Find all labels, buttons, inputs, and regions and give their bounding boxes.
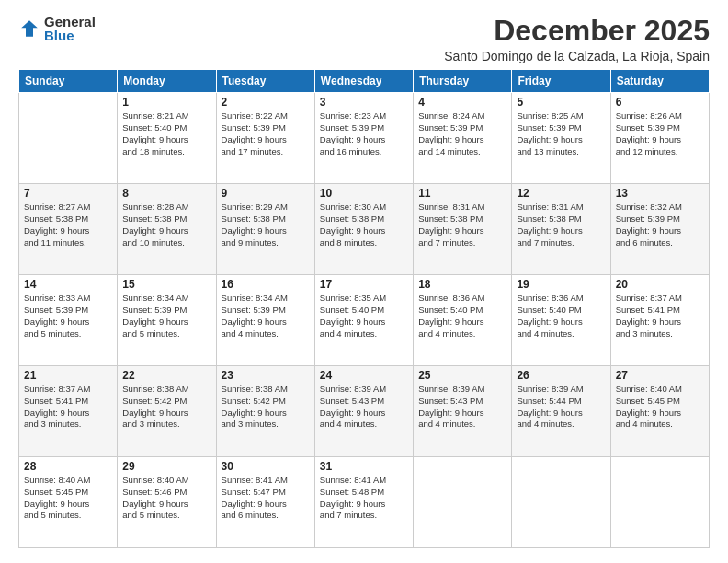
day-number: 11	[418, 187, 506, 200]
calendar-cell: 5Sunrise: 8:25 AMSunset: 5:39 PMDaylight…	[512, 93, 610, 184]
calendar-cell	[19, 93, 118, 184]
day-number: 2	[222, 96, 310, 109]
calendar-header-row: SundayMondayTuesdayWednesdayThursdayFrid…	[19, 70, 710, 93]
calendar-week-row: 21Sunrise: 8:37 AMSunset: 5:41 PMDayligh…	[19, 366, 710, 457]
calendar-cell: 3Sunrise: 8:23 AMSunset: 5:39 PMDaylight…	[314, 93, 413, 184]
day-number: 7	[24, 187, 112, 200]
calendar-cell: 9Sunrise: 8:29 AMSunset: 5:38 PMDaylight…	[216, 184, 314, 275]
day-number: 21	[24, 369, 112, 382]
day-number: 3	[320, 96, 408, 109]
calendar-cell: 13Sunrise: 8:32 AMSunset: 5:39 PMDayligh…	[610, 184, 709, 275]
day-number: 19	[517, 278, 605, 291]
calendar-cell: 1Sunrise: 8:21 AMSunset: 5:40 PMDaylight…	[118, 93, 216, 184]
cell-content: Sunrise: 8:40 AMSunset: 5:45 PMDaylight:…	[616, 384, 704, 431]
calendar-cell: 16Sunrise: 8:34 AMSunset: 5:39 PMDayligh…	[216, 275, 314, 366]
day-number: 15	[122, 278, 210, 291]
cell-content: Sunrise: 8:38 AMSunset: 5:42 PMDaylight:…	[222, 384, 310, 431]
day-number: 29	[122, 460, 210, 473]
cell-content: Sunrise: 8:30 AMSunset: 5:38 PMDaylight:…	[320, 201, 408, 248]
cell-content: Sunrise: 8:32 AMSunset: 5:39 PMDaylight:…	[616, 201, 704, 248]
day-number: 10	[320, 187, 408, 200]
calendar-cell: 22Sunrise: 8:38 AMSunset: 5:42 PMDayligh…	[118, 366, 216, 457]
calendar-header-tuesday: Tuesday	[216, 70, 314, 93]
calendar-cell: 2Sunrise: 8:22 AMSunset: 5:39 PMDaylight…	[216, 93, 314, 184]
calendar-week-row: 14Sunrise: 8:33 AMSunset: 5:39 PMDayligh…	[19, 275, 710, 366]
calendar-cell: 27Sunrise: 8:40 AMSunset: 5:45 PMDayligh…	[610, 366, 709, 457]
calendar-cell	[414, 457, 512, 548]
day-number: 16	[222, 278, 310, 291]
logo-general: General	[44, 15, 96, 29]
page: General Blue December 2025 Santo Domingo…	[0, 0, 728, 563]
calendar-cell: 26Sunrise: 8:39 AMSunset: 5:44 PMDayligh…	[512, 366, 610, 457]
calendar-cell: 17Sunrise: 8:35 AMSunset: 5:40 PMDayligh…	[314, 275, 413, 366]
calendar-cell: 29Sunrise: 8:40 AMSunset: 5:46 PMDayligh…	[118, 457, 216, 548]
calendar-cell: 18Sunrise: 8:36 AMSunset: 5:40 PMDayligh…	[414, 275, 512, 366]
calendar-week-row: 7Sunrise: 8:27 AMSunset: 5:38 PMDaylight…	[19, 184, 710, 275]
calendar-header-wednesday: Wednesday	[314, 70, 413, 93]
calendar-header-friday: Friday	[512, 70, 610, 93]
calendar-cell: 11Sunrise: 8:31 AMSunset: 5:38 PMDayligh…	[414, 184, 512, 275]
calendar-cell: 23Sunrise: 8:38 AMSunset: 5:42 PMDayligh…	[216, 366, 314, 457]
day-number: 28	[24, 460, 112, 473]
calendar-cell: 30Sunrise: 8:41 AMSunset: 5:47 PMDayligh…	[216, 457, 314, 548]
cell-content: Sunrise: 8:38 AMSunset: 5:42 PMDaylight:…	[122, 384, 210, 431]
calendar-header-monday: Monday	[118, 70, 216, 93]
day-number: 31	[320, 460, 408, 473]
day-number: 22	[122, 369, 210, 382]
calendar-cell: 19Sunrise: 8:36 AMSunset: 5:40 PMDayligh…	[512, 275, 610, 366]
calendar-cell: 12Sunrise: 8:31 AMSunset: 5:38 PMDayligh…	[512, 184, 610, 275]
calendar-cell: 28Sunrise: 8:40 AMSunset: 5:45 PMDayligh…	[19, 457, 118, 548]
calendar-header-saturday: Saturday	[610, 70, 709, 93]
day-number: 17	[320, 278, 408, 291]
cell-content: Sunrise: 8:36 AMSunset: 5:40 PMDaylight:…	[418, 293, 506, 339]
day-number: 25	[418, 369, 506, 382]
day-number: 14	[24, 278, 112, 291]
day-number: 4	[418, 96, 506, 109]
cell-content: Sunrise: 8:34 AMSunset: 5:39 PMDaylight:…	[122, 293, 210, 339]
calendar-cell: 14Sunrise: 8:33 AMSunset: 5:39 PMDayligh…	[19, 275, 118, 366]
calendar-cell	[512, 457, 610, 548]
cell-content: Sunrise: 8:40 AMSunset: 5:45 PMDaylight:…	[24, 475, 112, 522]
logo-blue: Blue	[44, 29, 96, 42]
cell-content: Sunrise: 8:39 AMSunset: 5:43 PMDaylight:…	[418, 384, 506, 431]
svg-marker-0	[21, 20, 38, 37]
cell-content: Sunrise: 8:41 AMSunset: 5:48 PMDaylight:…	[320, 475, 408, 522]
logo: General Blue	[18, 15, 96, 42]
cell-content: Sunrise: 8:27 AMSunset: 5:38 PMDaylight:…	[24, 201, 112, 248]
calendar-cell: 10Sunrise: 8:30 AMSunset: 5:38 PMDayligh…	[314, 184, 413, 275]
day-number: 5	[517, 96, 605, 109]
logo-text: General Blue	[44, 15, 96, 42]
day-number: 30	[222, 460, 310, 473]
logo-icon	[18, 17, 40, 40]
cell-content: Sunrise: 8:41 AMSunset: 5:47 PMDaylight:…	[222, 475, 310, 522]
cell-content: Sunrise: 8:36 AMSunset: 5:40 PMDaylight:…	[517, 293, 605, 339]
calendar-cell	[610, 457, 709, 548]
day-number: 12	[517, 187, 605, 200]
calendar-table: SundayMondayTuesdayWednesdayThursdayFrid…	[18, 69, 710, 548]
calendar-cell: 8Sunrise: 8:28 AMSunset: 5:38 PMDaylight…	[118, 184, 216, 275]
calendar-header-sunday: Sunday	[19, 70, 118, 93]
day-number: 23	[222, 369, 310, 382]
cell-content: Sunrise: 8:23 AMSunset: 5:39 PMDaylight:…	[320, 110, 408, 157]
subtitle: Santo Domingo de la Calzada, La Rioja, S…	[444, 49, 710, 63]
day-number: 24	[320, 369, 408, 382]
day-number: 18	[418, 278, 506, 291]
cell-content: Sunrise: 8:37 AMSunset: 5:41 PMDaylight:…	[616, 293, 704, 339]
day-number: 1	[122, 96, 210, 109]
calendar-cell: 25Sunrise: 8:39 AMSunset: 5:43 PMDayligh…	[414, 366, 512, 457]
cell-content: Sunrise: 8:29 AMSunset: 5:38 PMDaylight:…	[222, 201, 310, 248]
calendar-cell: 15Sunrise: 8:34 AMSunset: 5:39 PMDayligh…	[118, 275, 216, 366]
cell-content: Sunrise: 8:37 AMSunset: 5:41 PMDaylight:…	[24, 384, 112, 431]
cell-content: Sunrise: 8:39 AMSunset: 5:43 PMDaylight:…	[320, 384, 408, 431]
cell-content: Sunrise: 8:21 AMSunset: 5:40 PMDaylight:…	[122, 110, 210, 157]
cell-content: Sunrise: 8:31 AMSunset: 5:38 PMDaylight:…	[517, 201, 605, 248]
cell-content: Sunrise: 8:33 AMSunset: 5:39 PMDaylight:…	[24, 293, 112, 339]
cell-content: Sunrise: 8:39 AMSunset: 5:44 PMDaylight:…	[517, 384, 605, 431]
cell-content: Sunrise: 8:22 AMSunset: 5:39 PMDaylight:…	[222, 110, 310, 157]
calendar-week-row: 28Sunrise: 8:40 AMSunset: 5:45 PMDayligh…	[19, 457, 710, 548]
calendar-cell: 24Sunrise: 8:39 AMSunset: 5:43 PMDayligh…	[314, 366, 413, 457]
calendar-cell: 4Sunrise: 8:24 AMSunset: 5:39 PMDaylight…	[414, 93, 512, 184]
header: General Blue December 2025 Santo Domingo…	[18, 15, 710, 63]
day-number: 6	[616, 96, 704, 109]
calendar-header-thursday: Thursday	[414, 70, 512, 93]
